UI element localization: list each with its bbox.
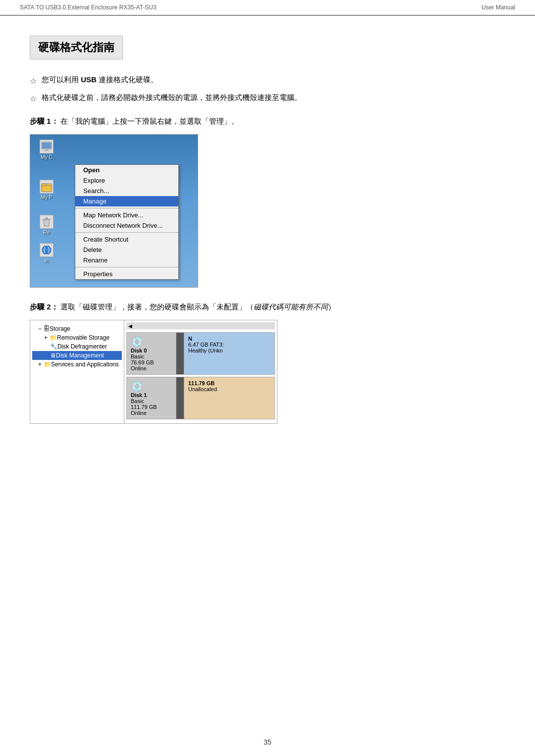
menu-item-open[interactable]: Open	[75, 165, 178, 175]
my-computer-label: My C	[41, 154, 52, 160]
star-icon-1: ☆	[30, 75, 37, 87]
bullet-item-2: ☆ 格式化硬碟之前，請務必開啟外接式機殼的電源，並將外接式機殼連接至電腦。	[30, 92, 505, 105]
menu-item-map-network[interactable]: Map Network Drive...	[75, 210, 178, 220]
tree-label-defragmenter: Disk Defragmenter	[57, 343, 107, 350]
step2-number: 步驟 2：	[30, 302, 58, 311]
step1-text: 在「我的電腦」上按一下滑鼠右鍵，並選取「管理」。	[60, 117, 239, 125]
page-number: 35	[264, 738, 271, 746]
context-menu: Open Explore Search... Manage Map Networ…	[75, 164, 179, 280]
header-right: User Manual	[482, 4, 515, 11]
svg-rect-1	[45, 149, 49, 151]
tree-expand-icon-services: +	[38, 361, 42, 368]
svg-rect-7	[43, 219, 51, 220]
menu-item-manage[interactable]: Manage	[75, 196, 178, 206]
scrollbar-top[interactable]: ◀	[126, 322, 275, 329]
header-left: SATA TO USB3.0 External Enclosure RX35-A…	[20, 4, 157, 11]
menu-item-disconnect-network[interactable]: Disconnect Network Drive...	[75, 220, 178, 231]
tree-icon-disk-mgmt: 🖥	[50, 352, 56, 359]
tree-item-removable: + 📁 Removable Storage	[32, 333, 122, 342]
menu-item-create-shortcut[interactable]: Create Shortcut	[75, 234, 178, 245]
disk1-row: 💿 Disk 1 Basic 111.79 GB Online 111.79 G…	[126, 377, 275, 419]
my-places-label: My P	[41, 195, 53, 200]
desktop-icons: My C My P	[34, 140, 59, 271]
svg-rect-8	[45, 217, 48, 219]
step2-screenshot: − 🗄 Storage + 📁 Removable Storage 🔧 Disk…	[30, 320, 277, 424]
menu-divider-1	[75, 208, 178, 208]
bullet-item-1: ☆ 您可以利用 USB 連接格式化硬碟。	[30, 74, 505, 87]
my-computer-icon-img	[40, 140, 54, 153]
page-header: SATA TO USB3.0 External Enclosure RX35-A…	[0, 0, 535, 16]
menu-item-rename[interactable]: Rename	[75, 255, 178, 265]
disk0-part-status: Healthy (Unkn	[188, 348, 270, 353]
disk-panel: ◀ 💿 Disk 0 Basic 76.69 GB Online N	[124, 320, 277, 423]
tree-item-storage: − 🗄 Storage	[32, 324, 122, 333]
tree-item-disk-management[interactable]: 🖥 Disk Management	[32, 351, 122, 360]
disk0-partitions: N 6.47 GB FAT3: Healthy (Unkn	[176, 333, 274, 374]
menu-item-search[interactable]: Search...	[75, 186, 178, 196]
recycle-bin-icon: Re	[34, 215, 59, 235]
disk1-size: 111.79 GB	[131, 404, 172, 410]
disk1-status: Online	[131, 410, 172, 416]
disk1-partitions: 111.79 GB Unallocated	[176, 377, 274, 419]
disk0-status: Online	[131, 365, 172, 371]
menu-item-delete[interactable]: Delete	[75, 245, 178, 255]
step1-number: 步驟 1：	[30, 117, 58, 125]
tree-label-storage: Storage	[50, 325, 70, 332]
disk1-name: Disk 1	[131, 392, 172, 398]
disk1-part-size: 111.79 GB	[188, 380, 270, 386]
tree-label-removable: Removable Storage	[57, 334, 109, 341]
step1-label: 步驟 1： 在「我的電腦」上按一下滑鼠右鍵，並選取「管理」。	[30, 117, 505, 126]
disk1-label: 💿 Disk 1 Basic 111.79 GB Online	[127, 377, 176, 419]
recycle-bin-label: Re	[44, 230, 50, 235]
star-icon-2: ☆	[30, 93, 37, 105]
scroll-left-arrow: ◀	[128, 323, 132, 329]
step2-text: 選取「磁碟管理」，接著，您的硬碟會顯示為「未配置」（磁碟代碼可能有所不同）	[60, 302, 335, 311]
my-computer-icon: My C	[34, 140, 59, 160]
my-places-icon: My P	[34, 180, 59, 200]
title-box: 硬碟格式化指南	[30, 36, 123, 59]
bullets-section: ☆ 您可以利用 USB 連接格式化硬碟。 ☆ 格式化硬碟之前，請務必開啟外接式機…	[30, 74, 505, 105]
menu-divider-2	[75, 232, 178, 233]
disk0-fat-partition: N 6.47 GB FAT3: Healthy (Unkn	[184, 333, 274, 374]
svg-rect-6	[42, 184, 46, 186]
tree-item-defragmenter: 🔧 Disk Defragmenter	[32, 342, 122, 351]
page-title: 硬碟格式化指南	[38, 40, 114, 55]
bullet-text-2: 格式化硬碟之前，請務必開啟外接式機殼的電源，並將外接式機殼連接至電腦。	[42, 92, 302, 103]
context-menu-area: My C My P	[30, 134, 198, 288]
disk0-row: 💿 Disk 0 Basic 76.69 GB Online N 6.47 GB…	[126, 332, 275, 375]
svg-rect-3	[42, 143, 51, 149]
ie-icon: In	[34, 243, 59, 263]
menu-item-explore[interactable]: Explore	[75, 175, 178, 186]
recycle-bin-icon-img	[40, 215, 54, 229]
disk0-icon: 💿	[131, 336, 172, 348]
disk0-label: 💿 Disk 0 Basic 76.69 GB Online	[127, 333, 176, 374]
disk0-size: 76.69 GB	[131, 359, 172, 365]
menu-item-properties[interactable]: Properties	[75, 269, 178, 279]
tree-panel: − 🗄 Storage + 📁 Removable Storage 🔧 Disk…	[30, 320, 124, 423]
disk1-type: Basic	[131, 398, 172, 404]
tree-item-services: + 📁 Services and Applications	[32, 360, 122, 369]
page-footer: 35	[264, 738, 271, 746]
disk0-part-size: 6.47 GB FAT3:	[188, 342, 270, 348]
disk1-unalloc-partition: 111.79 GB Unallocated	[184, 377, 274, 419]
tree-icon-defragmenter: 🔧	[50, 343, 57, 350]
tree-icon-storage: 🗄	[44, 325, 50, 332]
tree-label-disk-mgmt: Disk Management	[56, 352, 104, 359]
disk0-name: Disk 0	[131, 348, 172, 353]
bullet-text-1: 您可以利用 USB 連接格式化硬碟。	[42, 74, 158, 86]
tree-icon-services: 📁	[44, 361, 51, 368]
disk1-part-status: Unallocated	[188, 386, 270, 392]
svg-rect-5	[42, 186, 52, 192]
page-content: 硬碟格式化指南 ☆ 您可以利用 USB 連接格式化硬碟。 ☆ 格式化硬碟之前，請…	[0, 16, 535, 458]
tree-expand-icon-removable: +	[44, 334, 48, 341]
menu-divider-3	[75, 267, 178, 267]
disk1-icon: 💿	[131, 380, 172, 392]
svg-rect-2	[43, 151, 50, 151]
ie-label: In	[45, 258, 49, 263]
tree-label-services: Services and Applications	[51, 361, 119, 368]
step2-label: 步驟 2： 選取「磁碟管理」，接著，您的硬碟會顯示為「未配置」（磁碟代碼可能有所…	[30, 302, 505, 312]
scroll-area: ◀ 💿 Disk 0 Basic 76.69 GB Online N	[124, 320, 277, 423]
ie-icon-img	[40, 243, 54, 257]
disk0-type: Basic	[131, 353, 172, 359]
step1-screenshot: My C My P	[30, 134, 505, 288]
